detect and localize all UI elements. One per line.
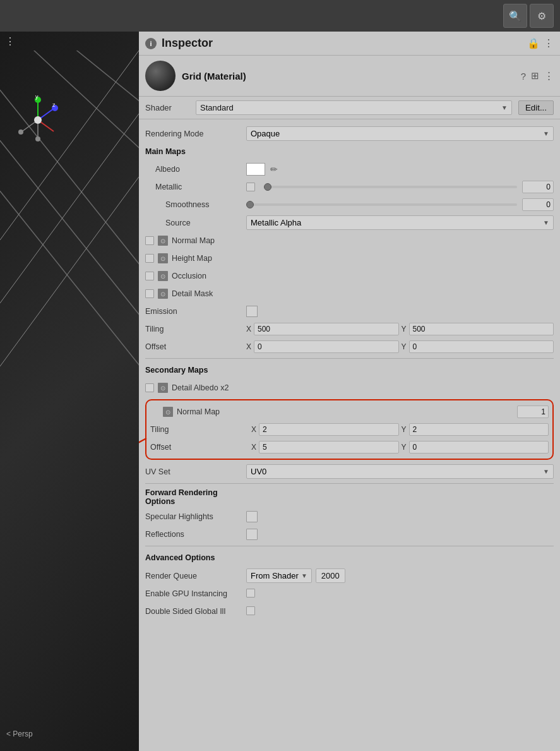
secondary-maps-section: Secondary Maps bbox=[145, 361, 554, 379]
secondary-normal-value[interactable]: 1 bbox=[517, 406, 549, 418]
reflections-label: Reflections bbox=[145, 530, 246, 539]
properties-area: Rendering Mode Opaque ▼ Main Maps Albedo bbox=[139, 119, 560, 625]
smoothness-num[interactable]: 0 bbox=[522, 198, 554, 211]
gpu-instancing-value bbox=[246, 589, 554, 599]
occlusion-label: Occlusion bbox=[172, 272, 554, 280]
double-sided-checkbox[interactable] bbox=[246, 606, 255, 615]
emission-label: Emission bbox=[145, 307, 246, 316]
material-name: Grid (Material) bbox=[182, 71, 515, 81]
secondary-offset-x-field: X bbox=[251, 441, 399, 454]
secondary-tiling-x-input[interactable] bbox=[259, 423, 398, 436]
rendering-mode-dropdown[interactable]: Opaque ▼ bbox=[246, 126, 554, 141]
svg-text:z: z bbox=[52, 102, 56, 108]
metallic-value: 0 bbox=[246, 181, 554, 193]
metallic-slider-container: 0 bbox=[246, 181, 554, 193]
secondary-offset-y-input[interactable] bbox=[409, 441, 549, 454]
metallic-checkbox[interactable] bbox=[246, 183, 255, 191]
edit-button[interactable]: Edit... bbox=[518, 100, 554, 115]
secondary-tiling-y-input[interactable] bbox=[409, 423, 549, 436]
inspector-panel: i Inspector 🔒 ⋮ Grid (Material) ? ⊞ ⋮ Sh… bbox=[139, 32, 560, 751]
occlusion-checkbox[interactable] bbox=[145, 272, 154, 280]
smoothness-slider[interactable] bbox=[246, 203, 517, 206]
detail-mask-label: Detail Mask bbox=[172, 289, 554, 298]
secondary-normal-map-row: ⊙ Normal Map 1 bbox=[150, 403, 549, 421]
main-tiling-x-input[interactable] bbox=[254, 323, 398, 335]
help-button[interactable]: ? bbox=[521, 71, 526, 81]
albedo-color-swatch[interactable] bbox=[246, 163, 265, 176]
uv-set-dropdown[interactable]: UV0 ▼ bbox=[246, 464, 554, 479]
settings-button[interactable]: ⊞ bbox=[531, 70, 539, 81]
material-header: Grid (Material) ? ⊞ ⋮ bbox=[139, 56, 560, 97]
smoothness-slider-container: 0 bbox=[246, 198, 554, 211]
main-offset-y-input[interactable] bbox=[409, 340, 554, 353]
sec-offset-y-label: Y bbox=[402, 443, 407, 452]
reflections-checkbox[interactable] bbox=[246, 529, 258, 540]
search-button[interactable]: 🔍 bbox=[503, 4, 527, 28]
main-offset-label: Offset bbox=[145, 342, 246, 351]
uv-set-value: UV0 ▼ bbox=[246, 464, 554, 479]
gear-button[interactable]: ⚙ bbox=[530, 4, 554, 28]
material-more-button[interactable]: ⋮ bbox=[544, 70, 554, 81]
emission-color-swatch[interactable] bbox=[246, 306, 258, 317]
specular-checkbox[interactable] bbox=[246, 511, 258, 522]
secondary-offset-fields: X Y bbox=[251, 441, 549, 454]
tiling-x-label: X bbox=[246, 325, 251, 333]
secondary-offset-y-field: Y bbox=[402, 441, 549, 454]
detail-mask-checkbox[interactable] bbox=[145, 289, 154, 298]
secondary-offset-x-input[interactable] bbox=[259, 441, 398, 454]
render-queue-label: Render Queue bbox=[145, 572, 246, 580]
shader-dropdown[interactable]: Standard ▼ bbox=[196, 100, 512, 115]
main-tiling-x-field: X bbox=[246, 323, 399, 335]
eyedropper-icon[interactable]: ✏ bbox=[270, 164, 278, 174]
reflections-value bbox=[246, 529, 554, 540]
material-header-icons: ? ⊞ ⋮ bbox=[521, 70, 554, 81]
specular-label: Specular Highlights bbox=[145, 512, 246, 521]
secondary-maps-title: Secondary Maps bbox=[145, 366, 246, 375]
secondary-offset-row: Offset X Y bbox=[150, 438, 549, 456]
svg-line-0 bbox=[0, 51, 139, 303]
scene-persp-label: < Persp bbox=[6, 730, 33, 738]
main-offset-x-input[interactable] bbox=[254, 340, 398, 353]
render-queue-num[interactable]: 2000 bbox=[316, 568, 345, 583]
secondary-tiling-row: Tiling X Y bbox=[150, 421, 549, 438]
metallic-label: Metallic bbox=[145, 183, 246, 191]
sec-offset-x-label: X bbox=[251, 443, 256, 452]
smoothness-row: Smoothness 0 bbox=[145, 196, 554, 213]
lock-button[interactable]: 🔒 bbox=[527, 37, 540, 49]
gpu-instancing-checkbox[interactable] bbox=[246, 589, 255, 598]
main-maps-title: Main Maps bbox=[145, 147, 246, 156]
height-map-checkbox[interactable] bbox=[145, 254, 154, 263]
render-queue-dropdown[interactable]: From Shader ▼ bbox=[246, 568, 312, 583]
normal-map-label: Normal Map bbox=[172, 236, 554, 245]
gear-icon: ⚙ bbox=[537, 10, 546, 22]
detail-albedo-label: Detail Albedo x2 bbox=[172, 383, 554, 392]
secondary-tiling-fields: X Y bbox=[251, 423, 549, 436]
offset-y-label: Y bbox=[402, 342, 407, 351]
double-sided-label: Double Sided Global Ill bbox=[145, 607, 246, 616]
shader-dropdown-arrow: ▼ bbox=[501, 104, 508, 111]
normal-map-checkbox[interactable] bbox=[145, 236, 154, 245]
smoothness-slider-thumb[interactable] bbox=[246, 201, 254, 208]
gpu-instancing-label: Enable GPU Instancing bbox=[145, 589, 246, 598]
top-bar: 🔍 ⚙ bbox=[0, 0, 560, 32]
specular-value bbox=[246, 511, 554, 522]
metallic-slider[interactable] bbox=[264, 186, 517, 188]
main-offset-y-field: Y bbox=[402, 340, 554, 353]
emission-value bbox=[246, 306, 554, 317]
sec-tiling-y-label: Y bbox=[402, 425, 407, 434]
height-map-icon: ⊙ bbox=[158, 253, 168, 263]
shader-row: Shader Standard ▼ Edit... bbox=[139, 97, 560, 119]
metallic-slider-thumb[interactable] bbox=[264, 183, 271, 191]
rendering-mode-row: Rendering Mode Opaque ▼ bbox=[145, 124, 554, 143]
scene-menu-button[interactable]: ⋮ bbox=[5, 35, 15, 47]
albedo-controls: ✏ bbox=[246, 163, 554, 176]
metallic-num[interactable]: 0 bbox=[522, 181, 554, 193]
source-dropdown[interactable]: Metallic Alpha ▼ bbox=[246, 215, 554, 230]
albedo-value: ✏ bbox=[246, 163, 554, 176]
inspector-more-button[interactable]: ⋮ bbox=[544, 37, 554, 49]
detail-albedo-checkbox[interactable] bbox=[145, 383, 154, 392]
main-tiling-y-input[interactable] bbox=[409, 323, 554, 335]
smoothness-label: Smoothness bbox=[145, 200, 246, 209]
secondary-tiling-y-field: Y bbox=[402, 423, 549, 436]
height-map-row: ⊙ Height Map bbox=[145, 249, 554, 267]
